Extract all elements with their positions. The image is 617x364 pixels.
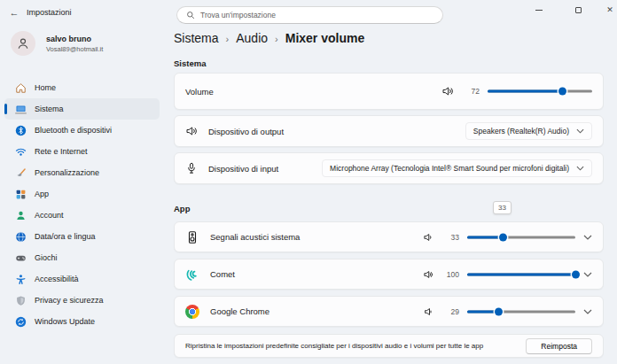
minimize-button[interactable] bbox=[530, 3, 548, 17]
maximize-button[interactable] bbox=[569, 3, 587, 17]
app-row-system-sounds: Segnali acustici sistema 33 bbox=[174, 221, 604, 252]
sidebar-nav: Home Sistema Bluetooth e dispositivi Ret… bbox=[4, 77, 160, 332]
app-volume-value: 33 bbox=[441, 233, 459, 242]
breadcrumb: Sistema › Audio › Mixer volume bbox=[174, 31, 364, 45]
sidebar-item-label: Windows Update bbox=[35, 317, 95, 326]
app-name: Google Chrome bbox=[210, 306, 269, 316]
speaker-one-wave-icon[interactable] bbox=[423, 232, 433, 243]
section-label-sistema: Sistema bbox=[174, 58, 206, 68]
app-name: Segnali acustici sistema bbox=[210, 232, 300, 242]
app-row-comet: Comet 100 bbox=[174, 259, 604, 290]
volume-value: 72 bbox=[462, 87, 480, 96]
datetime-icon bbox=[15, 231, 27, 243]
sidebar-item-label: Home bbox=[35, 83, 56, 92]
sidebar-item-dataora[interactable]: Data/ora e lingua bbox=[4, 226, 160, 247]
chrome-app-icon bbox=[185, 305, 199, 319]
sidebar-item-label: App bbox=[35, 190, 49, 198]
breadcrumb-audio[interactable]: Audio bbox=[236, 31, 268, 45]
search-icon bbox=[186, 11, 195, 19]
slider-value-tooltip: 33 bbox=[493, 201, 512, 214]
sidebar-item-label: Giochi bbox=[35, 253, 58, 262]
system-icon bbox=[15, 104, 27, 115]
microphone-icon bbox=[185, 162, 198, 174]
windows-update-icon bbox=[15, 316, 27, 328]
sidebar-item-giochi[interactable]: Giochi bbox=[4, 247, 160, 268]
back-arrow-icon: ← bbox=[10, 7, 20, 18]
chevron-down-icon[interactable] bbox=[583, 235, 592, 240]
network-icon bbox=[15, 146, 27, 158]
home-icon bbox=[15, 82, 27, 94]
breadcrumb-sistema[interactable]: Sistema bbox=[174, 31, 219, 45]
back-button[interactable]: ← bbox=[7, 5, 21, 19]
minimize-icon bbox=[535, 10, 543, 11]
apps-icon bbox=[15, 189, 27, 200]
input-device-select[interactable]: Microphone Array (Tecnologia Intel® Smar… bbox=[322, 159, 592, 177]
close-button[interactable]: ✕ bbox=[601, 3, 617, 17]
person-icon bbox=[16, 36, 30, 50]
sidebar-item-rete[interactable]: Rete e Internet bbox=[4, 141, 160, 162]
sidebar-item-app[interactable]: App bbox=[4, 183, 160, 205]
breadcrumb-separator: › bbox=[226, 33, 230, 44]
slider-thumb[interactable] bbox=[499, 233, 507, 241]
sidebar-item-label: Privacy e sicurezza bbox=[35, 296, 104, 305]
sidebar-item-bluetooth[interactable]: Bluetooth e dispositivi bbox=[4, 120, 160, 141]
sidebar-item-label: Data/ora e lingua bbox=[35, 232, 96, 241]
close-icon: ✕ bbox=[606, 5, 613, 14]
app-row-google-chrome: Google Chrome 29 bbox=[174, 296, 604, 327]
reset-button[interactable]: Reimposta bbox=[526, 338, 592, 354]
app-volume-slider[interactable] bbox=[467, 306, 575, 318]
breadcrumb-separator: › bbox=[275, 33, 278, 44]
app-name: Comet bbox=[210, 269, 235, 279]
personalization-icon bbox=[15, 167, 27, 179]
avatar[interactable] bbox=[11, 31, 35, 56]
sidebar-item-personalizzazione[interactable]: Personalizzazione bbox=[4, 162, 160, 183]
slider-thumb[interactable] bbox=[495, 307, 503, 315]
output-device-value: Speakers (Realtek(R) Audio) bbox=[473, 127, 569, 136]
volume-card: Volume 72 bbox=[174, 73, 604, 110]
volume-label: Volume bbox=[185, 87, 214, 97]
app-volume-slider[interactable] bbox=[467, 268, 575, 281]
volume-slider[interactable] bbox=[488, 85, 592, 97]
sidebar-item-label: Account bbox=[35, 211, 64, 220]
input-device-value: Microphone Array (Tecnologia Intel® Smar… bbox=[330, 164, 569, 173]
sidebar-item-home[interactable]: Home bbox=[4, 77, 160, 98]
slider-fill bbox=[488, 90, 563, 93]
speaker-waves-icon bbox=[185, 125, 198, 137]
user-name: salvo bruno bbox=[46, 35, 91, 43]
settings-window: ← Impostazioni ✕ salvo bruno Vosal89@hot… bbox=[0, 0, 617, 364]
sidebar-item-sistema[interactable]: Sistema bbox=[4, 98, 160, 120]
app-volume-value: 29 bbox=[441, 307, 459, 316]
reset-description: Ripristina le impostazioni predefinite c… bbox=[185, 342, 483, 350]
app-volume-value: 100 bbox=[441, 270, 459, 279]
search-input[interactable]: Trova un'impostazione bbox=[176, 6, 443, 24]
chevron-down-icon[interactable] bbox=[583, 272, 592, 277]
chevron-down-icon bbox=[576, 128, 584, 134]
sidebar-item-label: Rete e Internet bbox=[35, 147, 88, 156]
speaker-plain-icon[interactable] bbox=[423, 306, 433, 317]
app-volume-slider[interactable] bbox=[467, 231, 575, 244]
sidebar-item-windows-update[interactable]: Windows Update bbox=[4, 311, 160, 332]
bluetooth-icon bbox=[15, 125, 27, 136]
output-device-label: Dispositivo di output bbox=[208, 127, 284, 136]
chevron-down-icon[interactable] bbox=[583, 309, 592, 314]
sidebar-item-accessibilita[interactable]: Accessibilità bbox=[4, 268, 160, 290]
sidebar-item-account[interactable]: Account bbox=[4, 205, 160, 226]
user-email: Vosal89@hotmail.it bbox=[46, 45, 103, 53]
window-title: Impostazioni bbox=[27, 8, 72, 17]
sidebar-item-label: Personalizzazione bbox=[35, 168, 99, 177]
maximize-icon bbox=[575, 7, 582, 13]
speaker-waves-icon[interactable] bbox=[441, 85, 454, 97]
privacy-shield-icon bbox=[15, 295, 27, 306]
speaker-two-waves-icon[interactable] bbox=[423, 269, 433, 280]
comet-app-icon bbox=[185, 267, 199, 282]
sidebar-item-privacy[interactable]: Privacy e sicurezza bbox=[4, 290, 160, 311]
chevron-down-icon bbox=[576, 166, 584, 171]
slider-thumb[interactable] bbox=[558, 88, 566, 96]
slider-fill bbox=[467, 236, 503, 238]
account-icon bbox=[15, 210, 27, 221]
search-placeholder: Trova un'impostazione bbox=[200, 11, 276, 19]
accessibility-icon bbox=[15, 274, 27, 285]
sidebar-item-label: Sistema bbox=[35, 105, 64, 113]
slider-thumb[interactable] bbox=[572, 270, 580, 278]
output-device-select[interactable]: Speakers (Realtek(R) Audio) bbox=[465, 122, 592, 140]
